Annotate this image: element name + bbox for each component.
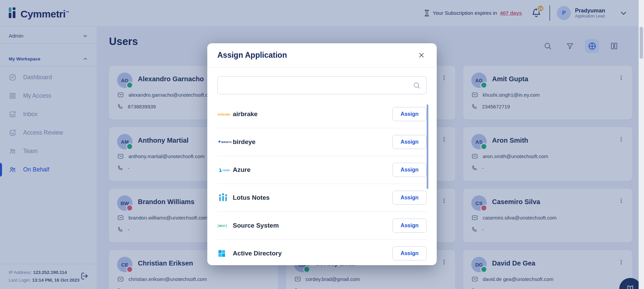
application-row: Lotus Notes Assign [217, 184, 427, 211]
application-row: BIRDEYE birdeye Assign [217, 128, 427, 156]
app-name: Source System [233, 222, 279, 229]
rest-logo-icon: [REST] [217, 223, 233, 228]
assign-button[interactable]: Assign [392, 135, 427, 149]
application-row: Airbrake airbrake Assign [217, 100, 427, 128]
app-name: airbrake [233, 110, 258, 118]
modal-title: Assign Application [217, 51, 287, 60]
modal-header: Assign Application [207, 43, 437, 67]
birdeye-logo-icon: BIRDEYE [217, 139, 233, 145]
modal-close-button[interactable] [416, 50, 427, 60]
application-search-input[interactable] [218, 77, 426, 94]
search-icon [413, 81, 421, 90]
assign-application-modal: Assign Application Airbrake airbrake Ass… [207, 43, 437, 265]
assign-button[interactable]: Assign [392, 246, 427, 260]
azure-logo-icon: Azure [217, 167, 233, 173]
application-row: Active Directory Assign [217, 239, 427, 265]
svg-text:Azure: Azure [222, 168, 230, 172]
app-window: Cymmetri™ Your Subscription expires in 4… [0, 0, 644, 289]
application-list: Airbrake airbrake Assign BIRDEYE birdeye… [217, 100, 427, 265]
svg-text:BIRDEYE: BIRDEYE [221, 141, 232, 143]
scrollbar-thumb[interactable] [640, 27, 643, 59]
assign-button[interactable]: Assign [392, 163, 427, 177]
application-search [217, 76, 427, 94]
app-name: Active Directory [233, 250, 282, 257]
svg-text:Airbrake: Airbrake [217, 112, 230, 116]
application-row: [REST] Source System Assign [217, 211, 427, 239]
assign-button[interactable]: Assign [392, 191, 427, 205]
close-icon [418, 52, 425, 58]
modal-list-scrollbar[interactable] [427, 104, 428, 189]
assign-button[interactable]: Assign [392, 219, 427, 233]
app-name: Azure [233, 166, 251, 174]
airbrake-logo-icon: Airbrake [217, 111, 233, 117]
active-directory-logo-icon [217, 249, 233, 258]
app-name: Lotus Notes [233, 194, 270, 201]
page-scrollbar[interactable] [639, 0, 644, 289]
svg-text:[REST]: [REST] [217, 225, 227, 228]
application-row: Azure Azure Assign [217, 156, 427, 184]
assign-button[interactable]: Assign [392, 107, 427, 121]
app-name: birdeye [233, 138, 256, 146]
lotus-notes-logo-icon [217, 192, 233, 203]
